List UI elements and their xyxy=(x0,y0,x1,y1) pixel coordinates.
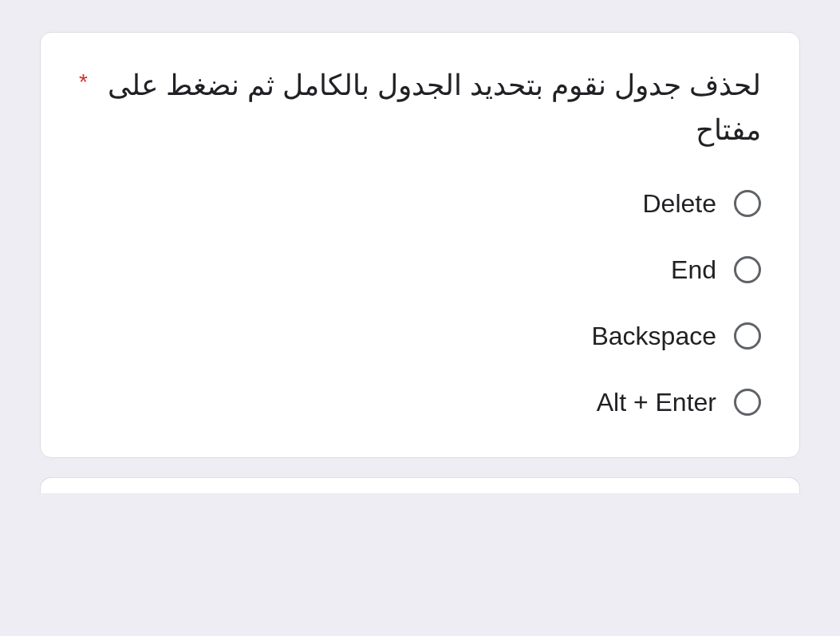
option-alt-enter[interactable]: Alt + Enter xyxy=(79,388,761,417)
option-label: End xyxy=(671,255,716,285)
option-backspace[interactable]: Backspace xyxy=(79,322,761,351)
required-asterisk: * xyxy=(79,66,88,97)
question-card: * لحذف جدول نقوم بتحديد الجدول بالكامل ث… xyxy=(40,32,800,458)
option-label: Backspace xyxy=(591,322,716,351)
option-label: Alt + Enter xyxy=(597,388,716,417)
radio-icon xyxy=(734,322,761,350)
next-card-peek xyxy=(40,477,800,493)
option-end[interactable]: End xyxy=(79,255,761,285)
form-page: * لحذف جدول نقوم بتحديد الجدول بالكامل ث… xyxy=(0,0,840,509)
question-text: لحذف جدول نقوم بتحديد الجدول بالكامل ثم … xyxy=(102,63,761,152)
option-label: Delete xyxy=(643,189,717,219)
options-group: Delete End Backspace Alt + Enter xyxy=(79,189,761,417)
question-heading-row: * لحذف جدول نقوم بتحديد الجدول بالكامل ث… xyxy=(79,63,761,152)
radio-icon xyxy=(734,389,761,416)
option-delete[interactable]: Delete xyxy=(79,189,761,219)
radio-icon xyxy=(734,256,761,283)
radio-icon xyxy=(734,190,761,217)
